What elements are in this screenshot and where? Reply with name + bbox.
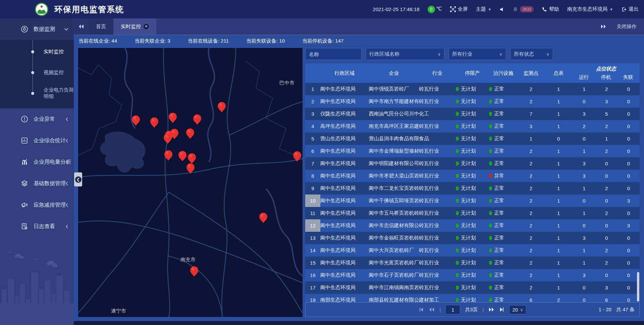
page-size-select[interactable]: 20 ∨: [509, 305, 526, 314]
table-row[interactable]: 16阆中生态环境局阆中市石子页岩机砖厂砖瓦行业无计划正常21300: [305, 269, 640, 281]
sidebar-group-4[interactable]: 企业用电量分析: [0, 151, 74, 173]
next-page-button[interactable]: [488, 307, 494, 312]
tab-首页[interactable]: 首页: [89, 18, 113, 35]
table-row[interactable]: 11阆中生态环境局阆中市五马桥页岩机砖砖瓦行业无计划正常21120: [305, 207, 640, 219]
map-pin[interactable]: [259, 213, 267, 223]
status-text: 正常: [494, 272, 504, 278]
sidebar-group-1[interactable]: 数据监测: [0, 18, 74, 40]
map-pin[interactable]: [190, 266, 198, 277]
table-row[interactable]: 8阆中生态环境局阆中市枣碧大梁山页岩砖瓦行业无计划异常21300: [305, 170, 640, 182]
status-text: 无计划: [461, 222, 476, 229]
status-text: 正常: [494, 185, 504, 192]
tabs-scroll-right-button[interactable]: [600, 24, 606, 29]
logout-button[interactable]: 退出: [621, 6, 639, 12]
notifications-button[interactable]: 2632: [513, 6, 534, 12]
status-text: 正常: [494, 260, 504, 266]
sidebar-group-7[interactable]: 日志查看: [0, 216, 74, 237]
status-dot-green: [456, 273, 459, 277]
tabs-scroll-left-button[interactable]: [74, 18, 89, 35]
table-row[interactable]: 14阆中生态环境局阆中大兴页岩机砖厂砖瓦行业无计划正常21120: [305, 244, 640, 257]
cell-region: 阆中生态环境局: [320, 170, 369, 182]
table-row[interactable]: 2阆中生态环境局阆中市南方节能建材有砖瓦行业无计划正常21030: [305, 95, 640, 108]
app-window: 环保用电监管系统 2021-02-25 17:46:18 0 ℃ 全屏 主题 ▼: [0, 0, 644, 325]
table-row[interactable]: 15阆中生态环境局阆中市光富页岩机砖厂砖瓦行业无计划正常21120: [305, 257, 640, 269]
cell-index: 10: [305, 195, 320, 207]
page-number-input[interactable]: [445, 305, 460, 314]
first-page-button[interactable]: [419, 307, 424, 312]
help-button[interactable]: 帮助: [542, 6, 559, 12]
theme-menu[interactable]: 主题 ▼: [476, 6, 492, 12]
table-scrollbar-thumb[interactable]: [637, 272, 639, 302]
last-page-button[interactable]: [499, 307, 504, 312]
map-pin[interactable]: [193, 114, 201, 125]
fullscreen-button[interactable]: 全屏: [450, 6, 468, 12]
table-row[interactable]: 12阆中生态环境局阆中市忠信建材有限公砖瓦行业无计划正常21003: [305, 219, 640, 232]
table-row[interactable]: 6阆中生态环境局阆中市金博瑞新型墙材砖瓦行业无计划正常21120: [305, 145, 640, 157]
table-row[interactable]: 18南部生态环境局南部县砖瓦建材有限公建材加工无计划正常62060: [305, 294, 640, 302]
table-row[interactable]: 13阆中生态环境局阆中市金福旺页岩机砖砖瓦行业无计划正常21300: [305, 232, 640, 244]
cell-offline: 3: [618, 195, 640, 207]
map-collapse-handle[interactable]: ❮: [74, 172, 82, 186]
cell-stop-production: 无计划: [456, 157, 489, 170]
map-pin[interactable]: [150, 117, 158, 128]
table-header: 行政区域 企业 行业 停限产 治污设施 监测点 总表 点位状态 运行: [305, 63, 640, 83]
cell-region: 阆中生态环境局: [320, 145, 369, 157]
page-title: 环保用电监管系统: [54, 4, 124, 15]
map-pin[interactable]: [164, 150, 172, 161]
sidebar-group-5[interactable]: 基础数据管理: [0, 173, 74, 194]
status-dot-green: [456, 223, 459, 228]
region-select[interactable]: 行政区域名称 ∨: [366, 48, 444, 60]
map-pin[interactable]: [186, 128, 194, 139]
sidebar-item-企业电力负荷明细[interactable]: 企业电力负荷明细: [0, 83, 74, 104]
volume-icon[interactable]: [499, 7, 505, 12]
table-row[interactable]: 5营山生态环境局营山县润丰肉食品有限食品无计划正常10010: [305, 132, 640, 145]
sidebar-group-label: 日志查看: [34, 223, 55, 230]
table-row[interactable]: 4高坪生态环境局南充市高坪区王家店建砖瓦行业无计划正常31220: [305, 120, 640, 132]
chevron-down-icon: ∨: [437, 52, 441, 57]
status-select[interactable]: 所有状态 ∨: [510, 48, 553, 60]
cell-pollution-control: 正常: [489, 207, 518, 219]
table-row[interactable]: 10阆中生态环境局阆中千佛镇五郎垭页岩砖瓦行业无计划正常21003: [305, 195, 640, 207]
table-row[interactable]: 1阆中生态环境局阆中强锐页岩砖厂砖瓦行业无计划正常21120: [305, 83, 640, 95]
industry-select[interactable]: 所有行业 ∨: [448, 48, 506, 60]
tab-实时监控[interactable]: 实时监控✕: [113, 18, 156, 35]
temperature-widget: 0 ℃: [428, 6, 442, 13]
map-pin[interactable]: [132, 115, 140, 126]
sidebar-item-label: 实时监控: [44, 49, 64, 55]
sidebar-item-label: 企业电力负荷明细: [44, 87, 74, 100]
cell-stopped: 0: [595, 170, 618, 182]
cell-total-meter: 1: [544, 83, 573, 95]
org-user-menu[interactable]: 南充市生态环境局 ▼: [567, 6, 613, 12]
cell-region: 阆中生态环境局: [320, 182, 369, 195]
sidebar-group-6[interactable]: 应急减排管理: [0, 194, 74, 216]
sidebar-group-3[interactable]: 企业综合统计: [0, 130, 74, 151]
cell-industry: 砖瓦行业: [419, 219, 456, 232]
phone-icon: [542, 7, 547, 12]
name-search-input[interactable]: [309, 51, 358, 57]
cell-company: 南部县砖瓦建材有限公: [369, 294, 419, 302]
map-pin[interactable]: [218, 102, 226, 113]
map-pin[interactable]: [188, 153, 196, 164]
sidebar-item-实时监控[interactable]: 实时监控: [0, 41, 74, 62]
cell-stop-production: 无计划: [456, 269, 489, 281]
table-row[interactable]: 17阆中生态环境局阆中市江南镇阆南页岩砖瓦行业无计划正常21030: [305, 281, 640, 294]
table-row[interactable]: 9阆中生态环境局阆中市二龙长宝页岩砖砖瓦行业无计划正常21120: [305, 182, 640, 195]
prev-page-button[interactable]: [429, 307, 435, 312]
table-row[interactable]: 7阆中生态环境局阆中明阳建材有限公司砖瓦行业无计划正常21300: [305, 157, 640, 170]
cell-monitor-points: 2: [518, 244, 544, 257]
cell-company: 南充市高坪区王家店建: [369, 120, 419, 132]
map-panel[interactable]: 巴中市南充市遂宁市: [78, 48, 303, 317]
map-pin[interactable]: [169, 113, 177, 123]
cell-region: 阆中生态环境局: [320, 281, 369, 294]
sidebar-group-2[interactable]: 企业异常: [0, 108, 74, 130]
close-operations-button[interactable]: 关闭操作: [616, 23, 637, 30]
map-pin[interactable]: [186, 163, 195, 174]
cell-stop-production: 无计划: [456, 232, 489, 244]
sidebar-item-视频监控[interactable]: 视频监控: [0, 62, 74, 83]
map-pin[interactable]: [293, 151, 301, 162]
map-pin[interactable]: [178, 151, 186, 162]
tab-close-icon[interactable]: ✕: [144, 24, 149, 29]
map-pin[interactable]: [164, 133, 172, 144]
sidebar-item-label: 视频监控: [44, 69, 64, 76]
table-row[interactable]: 3仪陇生态环境局西南油气田分公司川中化工无计划正常71350: [305, 108, 640, 120]
